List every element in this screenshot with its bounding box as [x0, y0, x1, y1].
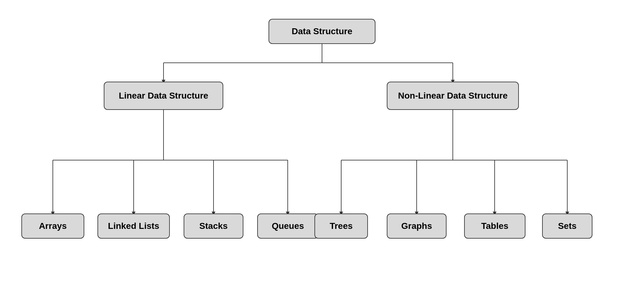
node-tables: Tables [464, 213, 525, 239]
node-stacks: Stacks [184, 213, 243, 239]
node-queues: Queues [257, 213, 319, 239]
node-sets-label: Sets [558, 221, 576, 231]
diagram-container: Data Structure Linear Data Structure Non… [0, 0, 644, 281]
node-nonlinear-label: Non-Linear Data Structure [398, 91, 508, 101]
node-trees: Trees [314, 213, 368, 239]
node-linkedlists: Linked Lists [97, 213, 170, 239]
node-trees-label: Trees [330, 221, 353, 231]
node-linear: Linear Data Structure [104, 82, 223, 110]
node-graphs: Graphs [387, 213, 447, 239]
node-graphs-label: Graphs [401, 221, 432, 231]
node-root-label: Data Structure [292, 26, 353, 36]
node-linear-label: Linear Data Structure [119, 91, 208, 101]
node-root: Data Structure [269, 19, 375, 44]
node-linkedlists-label: Linked Lists [108, 221, 159, 231]
node-arrays: Arrays [21, 213, 84, 239]
node-arrays-label: Arrays [39, 221, 67, 231]
node-stacks-label: Stacks [199, 221, 228, 231]
node-queues-label: Queues [272, 221, 304, 231]
node-tables-label: Tables [481, 221, 508, 231]
node-nonlinear: Non-Linear Data Structure [387, 82, 519, 110]
node-sets: Sets [542, 213, 592, 239]
